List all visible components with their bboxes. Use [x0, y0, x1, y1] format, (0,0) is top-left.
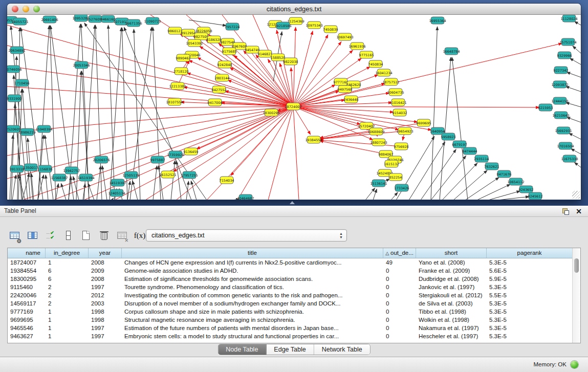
cell-short[interactable]: Tibbo et al. (1998) [416, 308, 487, 316]
graph-node[interactable]: 9890462 [176, 54, 191, 61]
cell-pagerank[interactable]: 5.5E-5 [487, 291, 573, 299]
graph-node[interactable]: 1733426 [395, 184, 409, 191]
graph-edge[interactable] [442, 163, 477, 200]
graph-node[interactable]: 14519394 [77, 174, 94, 181]
graph-node[interactable]: 10604735 [387, 89, 404, 96]
table-row[interactable]: 1456911722003Disruption of a novel membe… [8, 299, 580, 308]
cell-name[interactable]: 18724007 [8, 258, 46, 267]
graph-node[interactable]: 9497568 [338, 85, 353, 93]
graph-node[interactable]: 2436448 [344, 96, 359, 103]
graph-node[interactable]: 19654923 [396, 127, 413, 135]
graph-node[interactable]: 10688609 [367, 128, 384, 135]
zoom-window-icon[interactable] [33, 6, 40, 12]
graph-edge[interactable] [421, 149, 456, 200]
cell-name[interactable]: 9115460 [8, 283, 46, 291]
cell-pagerank[interactable]: 5.9E-5 [487, 275, 573, 283]
graph-edge[interactable] [102, 166, 107, 200]
cell-out_degree[interactable]: 0 [383, 291, 416, 299]
tab-network-table[interactable]: Network Table [314, 344, 370, 355]
graph-node[interactable]: 1710456 [15, 79, 30, 86]
cell-name[interactable]: 9777169 [8, 308, 46, 316]
column-header-out_degree[interactable]: △out_de... [383, 248, 416, 258]
cell-out_degree[interactable]: 0 [383, 316, 416, 324]
graph-node[interactable]: 6679197 [452, 141, 467, 148]
graph-node[interactable]: 19384554 [305, 136, 322, 143]
graph-edge[interactable] [12, 175, 16, 200]
graph-node[interactable]: 20206576 [93, 156, 110, 163]
graph-node[interactable]: 17957255 [181, 171, 198, 179]
cell-name[interactable]: 9463627 [8, 332, 46, 340]
graph-node[interactable]: 9175685 [222, 48, 237, 55]
cell-in_degree[interactable]: 1 [46, 308, 89, 316]
cell-out_degree[interactable]: 0 [383, 267, 416, 275]
tab-edge-table[interactable]: Edge Table [266, 344, 314, 355]
graph-node[interactable]: 9822038 [284, 58, 298, 65]
graph-node[interactable]: 16152521 [159, 171, 176, 178]
minimize-window-icon[interactable] [23, 6, 29, 12]
graph-edge[interactable] [566, 102, 581, 107]
graph-edge[interactable] [452, 57, 468, 200]
cell-name[interactable]: 9465546 [8, 324, 46, 332]
cell-pagerank[interactable]: 5.3E-5 [487, 332, 573, 340]
cell-short[interactable]: Dudbridge et al. (2008) [416, 275, 487, 283]
graph-node[interactable]: 16210643 [552, 112, 569, 119]
graph-node[interactable]: 2718120 [174, 68, 189, 75]
cell-in_degree[interactable]: 1 [46, 324, 89, 332]
graph-node[interactable]: 18986219 [18, 128, 35, 136]
graph-edge[interactable] [237, 106, 293, 200]
graph-edge[interactable] [293, 106, 299, 200]
vertical-scrollbar[interactable] [572, 248, 580, 343]
graph-edge[interactable] [574, 162, 581, 167]
cell-short[interactable]: Franke et al. (2009) [416, 267, 487, 275]
graph-edge[interactable] [112, 198, 114, 200]
graph-edge[interactable] [574, 21, 581, 25]
table-row[interactable]: 1872400712008Changes of HCN gene express… [8, 258, 580, 267]
graph-node[interactable]: 10543392 [186, 39, 203, 47]
cell-short[interactable]: Nakamura et al. (1997) [416, 324, 487, 332]
cell-name[interactable]: 14569117 [8, 299, 46, 308]
cell-year[interactable]: 1997 [89, 332, 122, 340]
graph-node[interactable]: 7450834 [368, 60, 383, 68]
graph-node[interactable]: 7957224 [225, 23, 240, 30]
cell-pagerank[interactable]: 5.6E-5 [487, 267, 573, 275]
graph-edge[interactable] [465, 178, 499, 200]
graph-node[interactable]: 2803144 [215, 74, 230, 81]
graph-node[interactable]: 12405134 [108, 189, 125, 196]
column-header-short[interactable]: short [416, 248, 487, 258]
graph-edge[interactable] [293, 43, 562, 106]
new-attribute-icon[interactable] [79, 228, 93, 243]
graph-edge[interactable] [293, 27, 296, 106]
graph-node[interactable]: 10975343 [306, 21, 322, 29]
cell-title[interactable]: Corpus callosum shape and size in male p… [122, 308, 383, 316]
graph-node[interactable]: 12505135 [122, 171, 139, 179]
cell-title[interactable]: Investigating the contribution of common… [122, 291, 383, 299]
scrollbar-thumb[interactable] [574, 258, 579, 273]
graph-edge[interactable] [56, 184, 58, 200]
cell-pagerank[interactable]: 5.3E-5 [487, 283, 573, 291]
column-header-pagerank[interactable]: pagerank [487, 248, 573, 258]
graph-node[interactable]: 852254 [389, 173, 402, 181]
cell-out_degree[interactable]: 0 [383, 308, 416, 316]
cell-year[interactable]: 1998 [89, 308, 122, 316]
network-window-titlebar[interactable]: citations_edges.txt [7, 4, 581, 15]
graph-edge[interactable] [293, 106, 360, 124]
graph-node[interactable]: 16961936 [349, 42, 365, 50]
graph-node[interactable]: 8215953 [538, 104, 553, 111]
graph-node[interactable]: 9699695 [417, 119, 431, 126]
graph-edge[interactable] [431, 27, 438, 200]
graph-node[interactable]: 16648784 [443, 48, 460, 55]
table-panel-titlebar[interactable]: Table Panel ✕ [0, 206, 588, 217]
graph-node[interactable]: 9154032 [393, 109, 407, 116]
graph-edge[interactable] [293, 106, 539, 107]
graph-node[interactable]: 1350017 [24, 164, 38, 171]
graph-edge[interactable] [293, 106, 394, 112]
graph-node[interactable]: 14055721 [11, 18, 28, 25]
cell-short[interactable]: de Silva et al. (2003) [416, 299, 487, 308]
table-row[interactable]: 969969511998Structural magnetic resonanc… [8, 316, 580, 324]
graph-node[interactable]: 10464687 [237, 194, 254, 200]
table-row[interactable]: 1830029562008Estimation of significance … [8, 275, 580, 283]
graph-node[interactable]: 15751074 [559, 38, 576, 46]
graph-edge[interactable] [497, 196, 529, 200]
cell-title[interactable]: Genome-wide association studies in ADHD. [122, 267, 383, 275]
cell-in_degree[interactable]: 1 [46, 332, 89, 340]
